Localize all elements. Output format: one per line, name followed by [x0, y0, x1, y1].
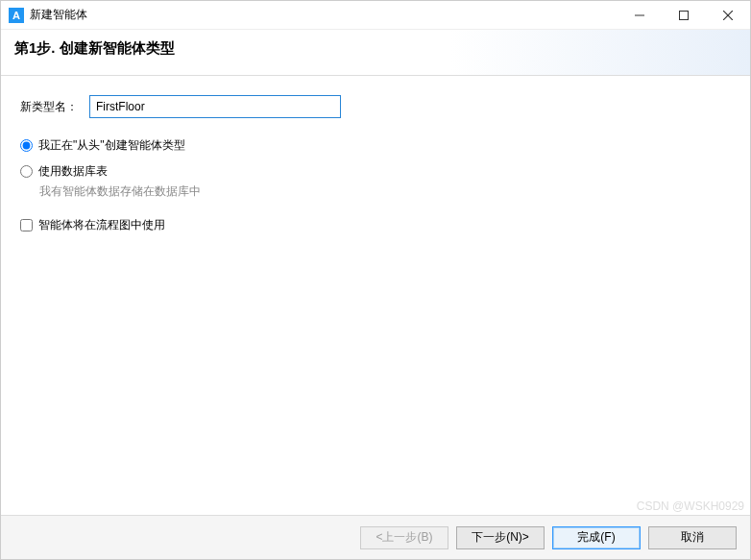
maximize-button[interactable]	[662, 1, 706, 30]
watermark: CSDN @WSKH0929	[637, 499, 744, 513]
window-title: 新建智能体	[30, 7, 87, 23]
svg-rect-1	[680, 11, 689, 19]
flow-checkbox-row[interactable]: 智能体将在流程图中使用	[20, 217, 731, 233]
close-button[interactable]	[706, 1, 750, 30]
radio-from-scratch[interactable]	[20, 139, 33, 152]
flow-checkbox-label: 智能体将在流程图中使用	[38, 217, 165, 233]
back-button: <上一步(B)	[360, 526, 448, 549]
wizard-header: 第1步. 创建新智能体类型	[1, 30, 750, 76]
maximize-icon	[679, 11, 689, 20]
name-row: 新类型名：	[20, 95, 731, 118]
db-hint-text: 我有智能体数据存储在数据库中	[39, 183, 731, 200]
creation-mode-group: 我正在"从头"创建智能体类型 使用数据库表 我有智能体数据存储在数据库中	[20, 137, 731, 200]
titlebar: A 新建智能体	[1, 1, 750, 30]
radio-from-scratch-row[interactable]: 我正在"从头"创建智能体类型	[20, 137, 731, 154]
radio-use-db-row[interactable]: 使用数据库表	[20, 163, 731, 180]
close-icon	[723, 11, 733, 20]
finish-button[interactable]: 完成(F)	[552, 526, 641, 549]
radio-use-db[interactable]	[20, 165, 33, 178]
flow-checkbox[interactable]	[20, 219, 33, 231]
app-icon: A	[9, 8, 24, 23]
name-label: 新类型名：	[20, 99, 78, 115]
next-button[interactable]: 下一步(N)>	[456, 526, 545, 549]
type-name-input[interactable]	[89, 95, 341, 118]
radio-use-db-label: 使用数据库表	[38, 163, 108, 180]
wizard-content: 新类型名： 我正在"从头"创建智能体类型 使用数据库表 我有智能体数据存储在数据…	[1, 76, 750, 515]
minimize-icon	[635, 11, 644, 20]
minimize-button[interactable]	[618, 1, 662, 30]
radio-from-scratch-label: 我正在"从头"创建智能体类型	[38, 137, 185, 154]
cancel-button[interactable]: 取消	[648, 526, 737, 549]
button-bar: <上一步(B) 下一步(N)> 完成(F) 取消	[1, 515, 750, 559]
step-title: 第1步. 创建新智能体类型	[14, 39, 737, 58]
